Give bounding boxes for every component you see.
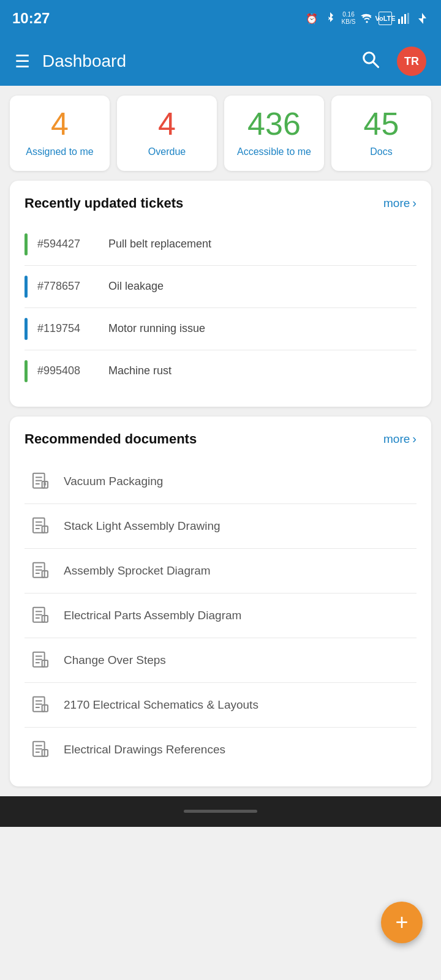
documents-more-button[interactable]: more › xyxy=(383,432,417,446)
tickets-header: Recently updated tickets more › xyxy=(24,195,417,211)
stat-number-overdue: 4 xyxy=(158,108,176,140)
doc-name: Vacuum Packaging xyxy=(64,475,163,488)
stat-number-docs: 45 xyxy=(364,108,399,140)
svg-line-6 xyxy=(373,61,379,67)
ticket-name: Oil leakage xyxy=(108,280,164,293)
ticket-priority-bar xyxy=(24,318,28,340)
ticket-number: #119754 xyxy=(37,322,99,335)
home-indicator xyxy=(184,810,257,813)
tickets-more-button[interactable]: more › xyxy=(383,196,417,210)
stat-number-accessible: 436 xyxy=(247,108,301,140)
stat-number-assigned: 4 xyxy=(51,108,69,140)
ticket-item[interactable]: #995408 Machine rust xyxy=(24,350,417,392)
bluetooth-icon xyxy=(323,12,337,25)
doc-name: 2170 Electrical Schematics & Layouts xyxy=(64,698,258,712)
app-header: ☰ Dashboard TR xyxy=(0,37,441,86)
svg-rect-3 xyxy=(407,13,409,24)
svg-rect-2 xyxy=(404,14,406,24)
search-button[interactable] xyxy=(356,45,385,78)
stat-docs[interactable]: 45 Docs xyxy=(331,96,431,171)
status-icons: ⏰ 0.16KB/S VoLTE xyxy=(305,12,429,25)
doc-item[interactable]: Electrical Parts Assembly Diagram xyxy=(24,594,417,638)
status-time: 10:27 xyxy=(12,10,50,27)
doc-name: Electrical Drawings References xyxy=(64,743,225,756)
svg-rect-1 xyxy=(401,17,403,24)
doc-item[interactable]: Vacuum Packaging xyxy=(24,459,417,504)
doc-name: Assembly Sprocket Diagram xyxy=(64,564,211,578)
stat-assigned[interactable]: 4 Assigned to me xyxy=(10,96,110,171)
stat-overdue[interactable]: 4 Overdue xyxy=(117,96,217,171)
ticket-priority-bar xyxy=(24,233,28,255)
ticket-name: Motor running issue xyxy=(108,322,205,335)
doc-item[interactable]: Change Over Steps xyxy=(24,638,417,683)
ticket-item[interactable]: #119754 Motor running issue xyxy=(24,308,417,350)
ticket-priority-bar xyxy=(24,360,28,382)
ticket-name: Machine rust xyxy=(108,364,172,377)
document-icon xyxy=(29,605,51,627)
doc-item[interactable]: Electrical Drawings References xyxy=(24,728,417,772)
svg-marker-4 xyxy=(418,13,426,24)
doc-item[interactable]: Stack Light Assembly Drawing xyxy=(24,504,417,549)
ticket-name: Pull belt replacement xyxy=(108,238,211,251)
stat-label-accessible: Accessible to me xyxy=(237,146,311,159)
bottom-nav xyxy=(0,796,441,827)
doc-name: Change Over Steps xyxy=(64,654,166,667)
doc-name: Stack Light Assembly Drawing xyxy=(64,519,221,533)
main-content: 4 Assigned to me 4 Overdue 436 Accessibl… xyxy=(0,86,441,796)
ticket-number: #995408 xyxy=(37,364,99,377)
tickets-title: Recently updated tickets xyxy=(24,195,183,211)
add-fab-button[interactable]: + xyxy=(381,902,423,943)
alarm-icon: ⏰ xyxy=(305,12,318,25)
ticket-number: #778657 xyxy=(37,280,99,293)
wifi-icon xyxy=(360,12,374,25)
document-icon xyxy=(29,649,51,671)
stat-label-assigned: Assigned to me xyxy=(26,146,93,159)
status-bar: 10:27 ⏰ 0.16KB/S VoLTE xyxy=(0,0,441,37)
ticket-item[interactable]: #594427 Pull belt replacement xyxy=(24,224,417,266)
document-icon xyxy=(29,694,51,716)
data-speed-icon: 0.16KB/S xyxy=(342,12,355,25)
doc-item[interactable]: 2170 Electrical Schematics & Layouts xyxy=(24,683,417,728)
documents-card: Recommended documents more › Vacuum Pack… xyxy=(10,417,431,786)
documents-title: Recommended documents xyxy=(24,431,197,447)
chevron-right-icon: › xyxy=(412,432,417,446)
ticket-number: #594427 xyxy=(37,238,99,251)
doc-item[interactable]: Assembly Sprocket Diagram xyxy=(24,549,417,594)
ticket-item[interactable]: #778657 Oil leakage xyxy=(24,266,417,308)
volte-icon: VoLTE xyxy=(379,12,392,25)
document-icon xyxy=(29,470,51,492)
tickets-card: Recently updated tickets more › #594427 … xyxy=(10,181,431,407)
document-icon xyxy=(29,739,51,761)
signal-icon xyxy=(397,12,410,25)
svg-rect-0 xyxy=(398,19,400,24)
stat-label-docs: Docs xyxy=(370,146,392,159)
ticket-priority-bar xyxy=(24,276,28,298)
stat-accessible[interactable]: 436 Accessible to me xyxy=(224,96,324,171)
doc-name: Electrical Parts Assembly Diagram xyxy=(64,609,241,622)
chevron-right-icon: › xyxy=(412,196,417,210)
document-icon xyxy=(29,560,51,582)
document-icon xyxy=(29,515,51,537)
avatar[interactable]: TR xyxy=(397,47,426,76)
battery-icon xyxy=(415,12,429,25)
menu-icon[interactable]: ☰ xyxy=(15,51,30,72)
documents-header: Recommended documents more › xyxy=(24,431,417,447)
stat-label-overdue: Overdue xyxy=(148,146,186,159)
stats-row: 4 Assigned to me 4 Overdue 436 Accessibl… xyxy=(10,96,431,171)
header-title: Dashboard xyxy=(42,51,344,71)
